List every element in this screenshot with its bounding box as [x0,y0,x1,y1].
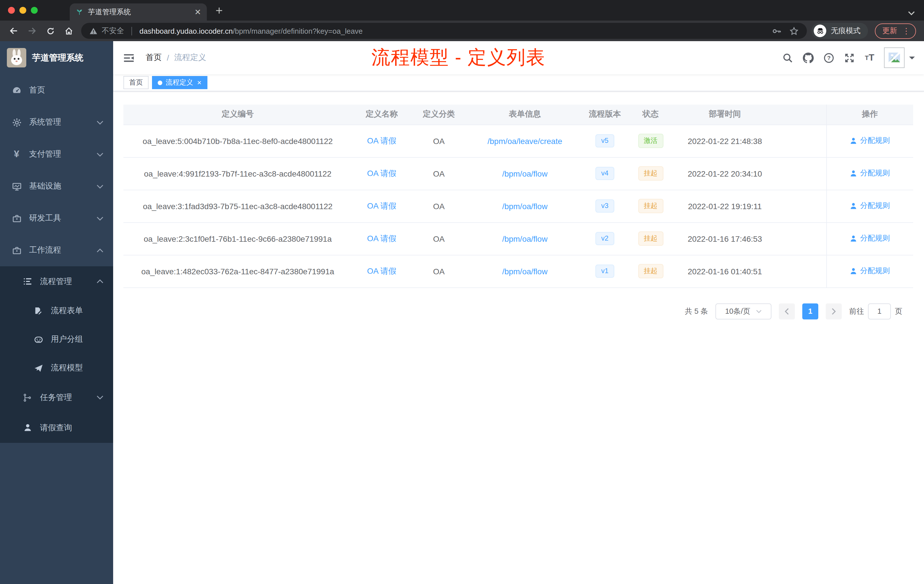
col-filler [775,105,826,125]
form-link[interactable]: /bpm/oa/flow [502,267,548,276]
assign-rule-button[interactable]: 分配规则 [850,168,890,178]
user-icon [22,423,33,432]
definition-name-link[interactable]: OA 请假 [367,233,396,243]
sidebar-item-user-group[interactable]: 用户分组 [0,325,113,354]
github-icon[interactable] [803,52,814,63]
fullscreen-icon[interactable] [844,52,855,63]
url-text[interactable]: dashboard.yudao.iocoder.cn/bpm/manager/d… [139,26,768,35]
tag-close-icon[interactable]: × [197,79,201,86]
table-row: oa_leave:5:004b710b-7b8a-11ec-8ef0-acde4… [124,125,913,157]
chevron-down-icon [97,152,104,156]
sidebar-logo[interactable]: 芋道管理系统 [0,41,113,74]
forward-icon[interactable] [24,23,40,39]
form-link[interactable]: /bpm/oa/flow [502,234,548,243]
dashboard-icon [11,86,22,95]
cell-deploy-time: 2022-01-16 17:46:53 [675,222,775,255]
home-icon[interactable] [61,23,77,39]
cell-definition-id: oa_leave:1:482ec033-762a-11ec-8477-a2380… [124,255,352,287]
incognito-badge: 无痕模式 [812,23,868,39]
tag-process-definition[interactable]: 流程定义 × [152,76,207,89]
sidebar-collapse-icon[interactable] [122,52,139,63]
help-icon[interactable]: ? [824,52,835,63]
tags-view: 首页 流程定义 × [113,74,924,91]
new-tab-button[interactable] [215,6,223,15]
minimize-window-button[interactable] [20,7,26,14]
tab-title: 芋道管理系统 [88,7,190,17]
prev-page-button[interactable] [779,303,795,319]
sidebar-item-leave-query[interactable]: 请假查询 [0,412,113,443]
assign-rule-label: 分配规则 [860,233,890,244]
version-badge: v3 [596,199,614,213]
url-path: /bpm/manager/definition?key=oa_leave [233,26,363,35]
gear-icon [11,117,22,127]
definition-name-link[interactable]: OA 请假 [367,168,396,177]
security-label[interactable]: 不安全 [102,26,124,36]
sidebar-item-devtools[interactable]: 研发工具 [0,202,113,234]
definition-name-link[interactable]: OA 请假 [367,136,396,145]
security-warning-icon [89,26,98,35]
form-link[interactable]: /bpm/oa/leave/create [487,136,562,145]
tab-search-chevron-icon[interactable] [908,7,915,18]
sidebar-item-payment[interactable]: ¥ 支付管理 [0,138,113,170]
browser-tab[interactable]: 芋道管理系统 ✕ [70,3,207,21]
goto-page-input[interactable] [868,303,891,319]
browser-update-button[interactable]: 更新 ⋮ [875,23,916,39]
sidebar-item-process-form[interactable]: 流程表单 [0,297,113,325]
sidebar-item-label: 工作流程 [29,245,61,256]
cell-definition-id: oa_leave:4:991f2193-7b7f-11ec-a3c8-acde4… [124,157,352,190]
browser-menu-icon[interactable]: ⋮ [902,26,910,35]
sidebar-item-workflow[interactable]: 工作流程 [0,234,113,266]
current-page-button[interactable]: 1 [802,303,818,319]
address-bar[interactable]: 不安全 dashboard.yudao.iocoder.cn/bpm/manag… [81,23,807,39]
toolbox-icon [11,213,22,223]
app-root: 芋道管理系统 首页 系统管理 ¥ 支付管 [0,41,924,584]
cell-definition-id: oa_leave:3:1fad3d93-7b75-11ec-a3c8-acde4… [124,190,352,222]
page-content: 定义编号 定义名称 定义分类 表单信息 流程版本 状态 部署时间 操作 [113,91,924,584]
assign-rule-button[interactable]: 分配规则 [850,233,890,244]
back-icon[interactable] [6,23,22,39]
assign-rule-button[interactable]: 分配规则 [850,266,890,276]
cell-category: OA [411,125,466,157]
page-title-annotation: 流程模型 - 定义列表 [371,45,545,71]
definition-name-link[interactable]: OA 请假 [367,201,396,210]
sidebar-item-process-management[interactable]: 流程管理 [0,266,113,297]
bookmark-star-icon[interactable] [789,26,799,36]
cell-category: OA [411,255,466,287]
sidebar-item-task-management[interactable]: 任务管理 [0,382,113,412]
tab-close-icon[interactable]: ✕ [195,7,201,16]
breadcrumb-home[interactable]: 首页 [146,53,162,63]
page-size-select[interactable]: 10条/页 [715,303,771,319]
sidebar-item-process-model[interactable]: 流程模型 [0,354,113,382]
cell-filler [775,125,826,157]
tag-home[interactable]: 首页 [124,76,148,89]
navbar-tools: ? TT [782,48,915,68]
tag-label: 流程定义 [166,78,193,87]
sidebar-item-home[interactable]: 首页 [0,74,113,106]
total-count: 共 5 条 [685,306,708,316]
page-unit-label: 页 [895,306,902,316]
user-menu[interactable] [884,48,915,68]
cell-definition-id: oa_leave:2:3c1f0ef1-76b1-11ec-9c66-a2380… [124,222,352,255]
form-link[interactable]: /bpm/oa/flow [502,169,548,178]
font-size-icon[interactable]: TT [865,53,874,63]
sidebar: 芋道管理系统 首页 系统管理 ¥ 支付管 [0,41,113,584]
zoom-window-button[interactable] [31,7,38,14]
reload-icon[interactable] [42,23,58,39]
assign-rule-button[interactable]: 分配规则 [850,201,890,211]
sidebar-item-system[interactable]: 系统管理 [0,106,113,138]
definition-name-link[interactable]: OA 请假 [367,266,396,275]
sidebar-item-infra[interactable]: 基础设施 [0,170,113,202]
url-host: dashboard.yudao.iocoder.cn [139,26,233,35]
search-icon[interactable] [782,52,794,63]
next-page-button[interactable] [826,303,842,319]
form-link[interactable]: /bpm/oa/flow [502,201,548,211]
password-key-icon[interactable] [772,26,782,36]
status-badge: 挂起 [638,232,663,246]
sidebar-item-label: 系统管理 [29,117,61,127]
monitor-icon [11,181,22,191]
assign-rule-button[interactable]: 分配规则 [850,136,890,146]
col-definition-name: 定义名称 [352,105,411,125]
incognito-label: 无痕模式 [831,26,861,36]
browser-tab-strip: 芋道管理系统 ✕ [0,0,924,21]
close-window-button[interactable] [8,7,15,14]
